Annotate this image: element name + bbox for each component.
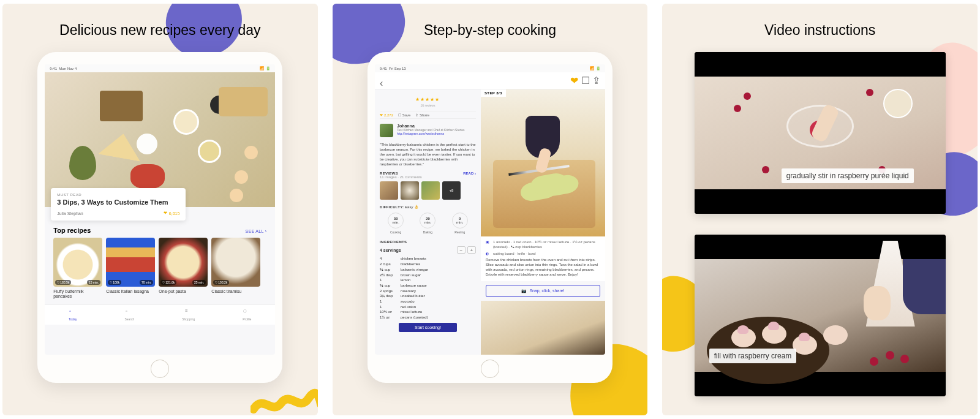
status-icons: 📶🔋	[258, 66, 270, 70]
video-stack: gradually stir in raspberry purée liquid…	[695, 52, 946, 396]
panel-title: Video instructions	[764, 22, 875, 39]
bookmark-icon[interactable]: ☐	[581, 75, 590, 86]
step-description: ▣1 avocado · 1 red onion · 10½ oz mixed …	[481, 236, 605, 281]
tools-icon: ◐	[486, 252, 491, 257]
more-reviews[interactable]: +8	[442, 181, 461, 200]
detail-screen: ★★★★★ 16 reviews ❤ 2,272 ☐ Save ⇪ Share …	[375, 89, 605, 355]
rating-stars[interactable]: ★★★★★	[380, 97, 476, 102]
author-name: Johanna	[397, 124, 465, 128]
home-button[interactable]	[151, 360, 169, 378]
servings-row: 4 servings −+	[380, 246, 476, 254]
heart-icon[interactable]: ❤	[570, 75, 578, 86]
see-all-link[interactable]: SEE ALL ›	[246, 229, 267, 233]
home-icon: ⌂	[69, 309, 77, 316]
top-recipes-heading: Top recipes	[53, 227, 91, 234]
time-baking: 20min.Baking	[420, 213, 435, 234]
recipe-card[interactable]: ♡ 121.6k 25 min. One-pot pasta	[159, 238, 208, 298]
recipe-card[interactable]: ♡ 103.2k Classic tiramisu	[211, 238, 260, 298]
time-chip: 15 min.	[87, 280, 100, 285]
status-bar: 9:41 Fri Sep 13 📶🔋	[375, 64, 605, 72]
rating-count: 16 reviews	[380, 104, 476, 107]
tablet-device: 9:41 Fri Sep 13 📶🔋 ‹ ❤ ☐ ⇪ ★★★★★ 16 revi…	[368, 52, 612, 383]
hero-likes: ❤ 6,015	[164, 211, 180, 216]
hero-tag: MUST READ	[57, 193, 179, 197]
likes-chip: ♡ 185.5k	[55, 280, 71, 285]
back-icon[interactable]: ‹	[380, 78, 386, 84]
difficulty: DIFFICULTY: Easy 👌	[380, 205, 476, 209]
panel-recipes: Delicious new recipes every day 9:41 Mon…	[2, 4, 318, 415]
topbar-actions: ❤ ☐ ⇪	[570, 75, 600, 86]
topbar: ‹ ❤ ☐ ⇪	[375, 72, 605, 89]
author-link[interactable]: http://instagram.com/wasissthanna	[397, 132, 465, 135]
top-recipes-list: ♡ 185.5k 15 min. Fluffy buttermilk panca…	[45, 238, 275, 298]
video-caption: gradually stir in raspberry purée liquid	[782, 168, 914, 183]
decor-squiggle-yellow	[251, 379, 318, 415]
author-avatar	[380, 124, 393, 137]
ingredients-table: 4chicken breasts 2 cupsblackberries ⅓ cu…	[380, 256, 476, 320]
panel-step-cooking: Step-by-step cooking 9:41 Fri Sep 13 📶🔋 …	[333, 4, 648, 415]
review-thumbs[interactable]: +8	[380, 181, 476, 200]
step-panel: STEP 3/3 ▣1 avocado · 1 red onion · 10½ …	[481, 89, 605, 355]
tab-today[interactable]: ⌂Today	[69, 309, 77, 321]
video-thumbnail[interactable]: gradually stir in raspberry purée liquid	[695, 52, 946, 214]
meta-row: ❤ 2,272 ☐ Save ⇪ Share	[380, 111, 476, 119]
video-caption: fill with raspberry cream	[709, 349, 797, 363]
recipe-info: ★★★★★ 16 reviews ❤ 2,272 ☐ Save ⇪ Share …	[375, 89, 481, 355]
read-reviews-link[interactable]: READ ›	[463, 172, 476, 179]
author-block[interactable]: Johanna Test Kitchen Manager and Chef at…	[380, 124, 476, 137]
tablet-screen: 9:41 Mon Nov 4 📶🔋	[45, 64, 275, 355]
recipe-quote: "This blackberry-balsamic chicken is the…	[380, 142, 476, 167]
reviews-header: REVIEWS11 images · 21 comments READ ›	[380, 172, 476, 179]
step-image: STEP 3/3	[481, 89, 605, 236]
panel-video: Video instructions gradually stir in ras…	[662, 4, 978, 415]
list-icon: ☰	[185, 309, 192, 316]
share-button[interactable]: ⇪ Share	[415, 113, 429, 117]
time-cooking: 30min.Cooking	[388, 213, 404, 234]
likes-count[interactable]: ❤ 2,272	[380, 113, 393, 117]
status-bar: 9:41 Mon Nov 4 📶🔋	[45, 64, 275, 72]
search-icon: ⌕	[126, 309, 133, 316]
result-photo	[481, 301, 605, 355]
ingredients-heading: INGREDIENTS	[380, 240, 476, 244]
tab-search[interactable]: ⌕Search	[124, 309, 134, 321]
ingredient-icon: ▣	[486, 240, 491, 250]
panel-title: Step-by-step cooking	[424, 22, 556, 39]
video-thumbnail[interactable]: fill with raspberry cream	[695, 235, 946, 396]
hero-author: Julia Stephan	[57, 211, 83, 216]
tab-shopping[interactable]: ☰Shopping	[182, 309, 195, 321]
hero-card[interactable]: MUST READ 3 Dips, 3 Ways to Customize Th…	[51, 188, 186, 221]
servings-minus[interactable]: −	[457, 246, 466, 254]
tabbar: ⌂Today ⌕Search ☰Shopping ◯Profile	[45, 304, 275, 325]
camera-icon: 📷	[521, 289, 527, 293]
tablet-screen: 9:41 Fri Sep 13 📶🔋 ‹ ❤ ☐ ⇪ ★★★★★ 16 revi…	[375, 64, 605, 355]
hero-image[interactable]	[45, 72, 275, 207]
user-icon: ◯	[243, 309, 251, 316]
servings-plus[interactable]: +	[467, 246, 476, 254]
time-circles: 30min.Cooking 20min.Baking 0min.Resting	[380, 213, 476, 234]
hero-title: 3 Dips, 3 Ways to Customize Them	[57, 198, 179, 206]
home-button[interactable]	[481, 360, 499, 378]
snap-share-button[interactable]: 📷Snap, click, share!	[486, 285, 600, 297]
recipe-card[interactable]: ♡ 185.5k 15 min. Fluffy buttermilk panca…	[53, 238, 102, 298]
share-icon[interactable]: ⇪	[592, 75, 600, 86]
save-button[interactable]: ☐ Save	[398, 113, 410, 117]
start-cooking-button[interactable]: Start cooking!	[399, 323, 456, 332]
panel-title: Delicious new recipes every day	[59, 22, 261, 39]
recipe-card[interactable]: ♡ 108k 70 min. Classic Italian lasagna	[106, 238, 155, 298]
hero: MUST READ 3 Dips, 3 Ways to Customize Th…	[45, 72, 275, 207]
tablet-device: 9:41 Mon Nov 4 📶🔋	[37, 52, 282, 383]
time-resting: 0min.Resting	[452, 213, 468, 234]
tab-profile[interactable]: ◯Profile	[243, 309, 251, 321]
